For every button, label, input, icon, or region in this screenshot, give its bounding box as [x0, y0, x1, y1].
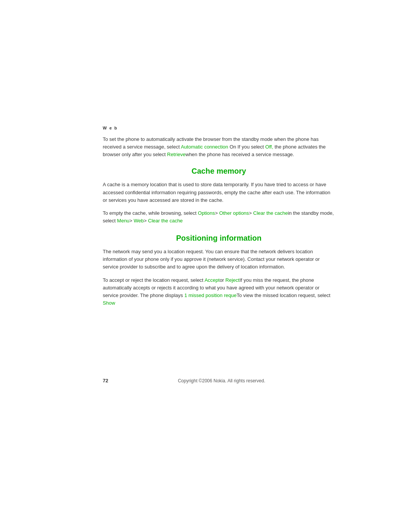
pos-text-3: To view the missed location request, sel…: [237, 292, 330, 298]
cache-section: Cache memory A cache is a memory locatio…: [103, 167, 335, 225]
cache-arrow1: >: [215, 210, 219, 216]
pos-missed: 1 missed position reque: [184, 292, 236, 298]
cache-clear: Clear the cache: [253, 210, 288, 216]
positioning-heading: Positioning information: [103, 234, 335, 243]
intro-paragraph: To set the phone to automatically activa…: [103, 136, 335, 158]
positioning-paragraph-2: To accept or reject the location request…: [103, 276, 335, 307]
footer-area: 72 Copyright ©2006 Nokia. All rights res…: [103, 378, 335, 383]
positioning-paragraph-1: The network may send you a location requ…: [103, 248, 335, 271]
cache-paragraph-1: A cache is a memory location that is use…: [103, 181, 335, 204]
section-label: W e b: [103, 126, 335, 130]
intro-retrieve: Retrieve: [167, 152, 185, 157]
content-area: W e b To set the phone to automatically …: [103, 126, 335, 316]
cache-arrow3: >: [129, 218, 134, 224]
cache-options: Options: [198, 210, 215, 216]
cache-para2-start: To empty the cache, while browsing, sele…: [103, 210, 198, 216]
cache-other-options: Other options: [219, 210, 249, 216]
pos-reject: Reject: [225, 277, 239, 283]
pos-para2-start: To accept or reject the location request…: [103, 277, 204, 283]
pos-accept: Accept: [204, 277, 220, 283]
intro-text-3: when the phone has received a service me…: [186, 152, 294, 157]
cache-paragraph-2: To empty the cache, while browsing, sele…: [103, 209, 335, 225]
cache-web: Web: [134, 218, 144, 224]
intro-off: Off,: [265, 144, 273, 150]
cache-arrow4: >: [144, 218, 148, 224]
cache-arrow2: >: [249, 210, 253, 216]
copyright-text: Copyright ©2006 Nokia. All rights reserv…: [108, 378, 335, 383]
pos-show: Show: [103, 300, 115, 306]
intro-middle: On If you select: [228, 144, 266, 150]
cache-clear2: Clear the cache: [148, 218, 183, 224]
cache-heading: Cache memory: [103, 167, 335, 176]
cache-menu: Menu: [117, 218, 130, 224]
intro-link-automatic-connection: Automatic connection: [181, 144, 228, 150]
page: W e b To set the phone to automatically …: [0, 0, 411, 532]
page-number: 72: [103, 378, 108, 383]
positioning-section: Positioning information The network may …: [103, 234, 335, 307]
pos-or: or: [220, 277, 225, 283]
